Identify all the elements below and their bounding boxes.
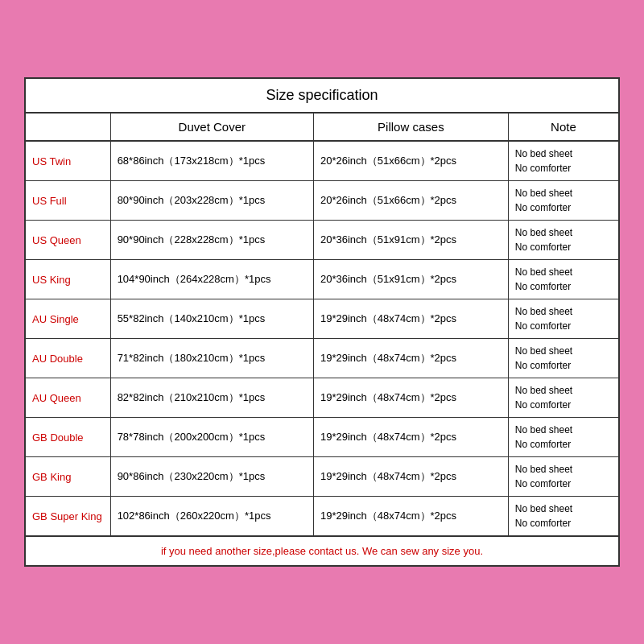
- col-header-note: Note: [508, 114, 618, 141]
- table-row: GB Double78*78inch（200x200cm）*1pcs19*29i…: [26, 418, 618, 457]
- cell-pillow: 19*29inch（48x74cm）*2pcs: [313, 339, 508, 378]
- table-row: US Full80*90inch（203x228cm）*1pcs20*26inc…: [26, 181, 618, 221]
- table-row: AU Double71*82inch（180x210cm）*1pcs19*29i…: [26, 339, 618, 378]
- cell-duvet: 90*90inch（228x228cm）*1pcs: [110, 221, 313, 260]
- cell-pillow: 20*26inch（51x66cm）*2pcs: [313, 181, 508, 221]
- cell-duvet: 102*86inch（260x220cm）*1pcs: [110, 497, 313, 536]
- cell-duvet: 90*86inch（230x220cm）*1pcs: [110, 457, 313, 497]
- cell-pillow: 19*29inch（48x74cm）*2pcs: [313, 457, 508, 497]
- table-row: US Twin68*86inch（173x218cm）*1pcs20*26inc…: [26, 141, 618, 181]
- cell-note: No bed sheetNo comforter: [508, 299, 618, 339]
- cell-duvet: 104*90inch（264x228cm）*1pcs: [110, 260, 313, 299]
- cell-note: No bed sheetNo comforter: [508, 418, 618, 457]
- cell-note: No bed sheetNo comforter: [508, 378, 618, 418]
- cell-size: AU Single: [26, 299, 110, 339]
- cell-pillow: 19*29inch（48x74cm）*2pcs: [313, 418, 508, 457]
- table-title: Size specification: [26, 79, 618, 114]
- cell-size: US Queen: [26, 221, 110, 260]
- cell-duvet: 78*78inch（200x200cm）*1pcs: [110, 418, 313, 457]
- cell-size: US King: [26, 260, 110, 299]
- cell-note: No bed sheetNo comforter: [508, 339, 618, 378]
- cell-size: GB Super King: [26, 497, 110, 536]
- cell-duvet: 55*82inch（140x210cm）*1pcs: [110, 299, 313, 339]
- cell-note: No bed sheetNo comforter: [508, 221, 618, 260]
- cell-pillow: 20*26inch（51x66cm）*2pcs: [313, 141, 508, 181]
- col-header-duvet: Duvet Cover: [110, 114, 313, 141]
- cell-size: US Twin: [26, 141, 110, 181]
- cell-size: GB King: [26, 457, 110, 497]
- table-row: GB Super King102*86inch（260x220cm）*1pcs1…: [26, 497, 618, 536]
- cell-note: No bed sheetNo comforter: [508, 260, 618, 299]
- cell-size: GB Double: [26, 418, 110, 457]
- size-specification-table: Size specification Duvet Cover Pillow ca…: [24, 77, 620, 567]
- table-row: US King104*90inch（264x228cm）*1pcs20*36in…: [26, 260, 618, 299]
- col-header-pillow: Pillow cases: [313, 114, 508, 141]
- table-row: US Queen90*90inch（228x228cm）*1pcs20*36in…: [26, 221, 618, 260]
- footer-text: if you need another size,please contact …: [26, 536, 618, 565]
- footer-row: if you need another size,please contact …: [26, 536, 618, 565]
- cell-pillow: 19*29inch（48x74cm）*2pcs: [313, 497, 508, 536]
- table-row: AU Queen82*82inch（210x210cm）*1pcs19*29in…: [26, 378, 618, 418]
- background: Size specification Duvet Cover Pillow ca…: [0, 0, 644, 644]
- cell-duvet: 82*82inch（210x210cm）*1pcs: [110, 378, 313, 418]
- cell-note: No bed sheetNo comforter: [508, 181, 618, 221]
- cell-pillow: 20*36inch（51x91cm）*2pcs: [313, 221, 508, 260]
- cell-size: US Full: [26, 181, 110, 221]
- cell-pillow: 19*29inch（48x74cm）*2pcs: [313, 378, 508, 418]
- cell-note: No bed sheetNo comforter: [508, 141, 618, 181]
- cell-duvet: 71*82inch（180x210cm）*1pcs: [110, 339, 313, 378]
- cell-size: AU Double: [26, 339, 110, 378]
- cell-duvet: 68*86inch（173x218cm）*1pcs: [110, 141, 313, 181]
- cell-pillow: 19*29inch（48x74cm）*2pcs: [313, 299, 508, 339]
- cell-note: No bed sheetNo comforter: [508, 457, 618, 497]
- cell-pillow: 20*36inch（51x91cm）*2pcs: [313, 260, 508, 299]
- table-row: GB King90*86inch（230x220cm）*1pcs19*29inc…: [26, 457, 618, 497]
- col-header-size: [26, 114, 110, 141]
- table-row: AU Single55*82inch（140x210cm）*1pcs19*29i…: [26, 299, 618, 339]
- cell-duvet: 80*90inch（203x228cm）*1pcs: [110, 181, 313, 221]
- cell-size: AU Queen: [26, 378, 110, 418]
- cell-note: No bed sheetNo comforter: [508, 497, 618, 536]
